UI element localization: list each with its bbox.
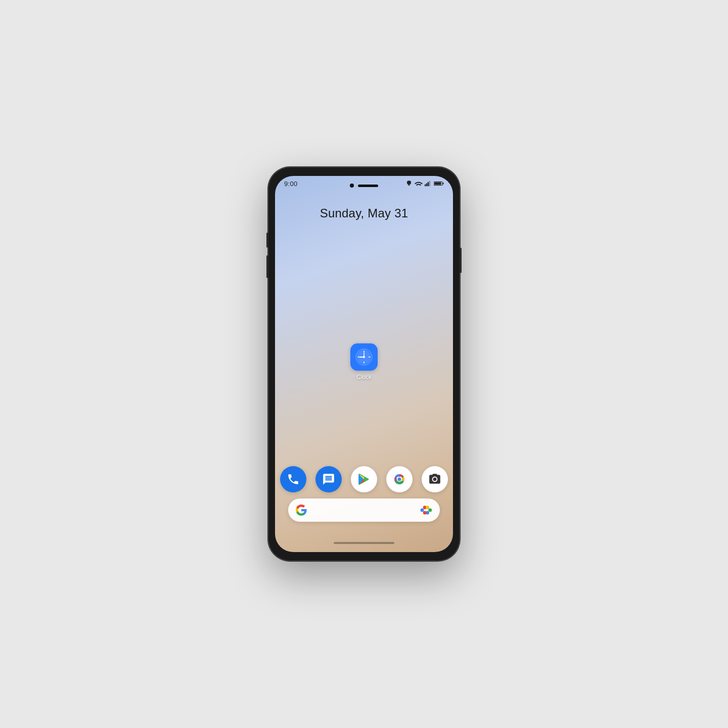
volume-up-button[interactable] [266,233,268,248]
nav-pill [334,542,394,544]
clock-app-icon[interactable]: Clock [350,343,378,381]
clock-face-svg [354,347,374,367]
status-time: 9:00 [284,180,298,188]
google-g-icon [295,504,307,516]
chrome-app-icon[interactable] [386,466,413,492]
front-camera-area [344,180,384,191]
svg-point-24 [428,509,432,512]
date-text: Sunday, May 31 [320,206,408,220]
svg-rect-5 [434,183,441,185]
svg-rect-3 [429,181,430,187]
dock-area [275,466,453,522]
svg-point-26 [423,511,427,515]
alarm-icon [405,180,413,187]
status-icons [405,180,444,187]
svg-point-23 [426,506,429,509]
svg-point-21 [421,509,424,512]
svg-rect-6 [443,183,444,185]
chrome-icon [391,471,407,487]
volume-down-button[interactable] [266,255,268,278]
phone-frame: 9:00 [268,167,460,561]
svg-rect-1 [426,183,427,186]
messages-icon [322,473,335,486]
phone-app-icon[interactable] [280,466,306,492]
speaker-slot [358,185,378,187]
camera-dot [350,184,354,188]
dock-icons-row [280,466,448,492]
play-store-app-icon[interactable] [351,466,377,492]
battery-icon [434,180,444,187]
google-search-bar[interactable] [288,498,440,522]
phone-screen: 9:00 [275,176,453,552]
play-store-icon [357,472,371,486]
power-button[interactable] [460,248,462,273]
camera-app-icon[interactable] [422,466,448,492]
signal-icon [425,180,432,187]
svg-point-15 [363,356,365,358]
phone-icon [287,473,300,486]
svg-rect-0 [425,185,426,187]
google-assistant-icon [419,503,433,517]
svg-point-20 [398,478,401,481]
camera-icon [428,473,441,486]
nav-bar [275,538,453,548]
svg-rect-2 [428,182,429,186]
clock-app-label: Clock [356,374,372,381]
messages-app-icon[interactable] [315,466,342,492]
wifi-icon [415,180,423,187]
date-display: Sunday, May 31 [275,206,453,220]
clock-icon-circle [350,343,378,371]
